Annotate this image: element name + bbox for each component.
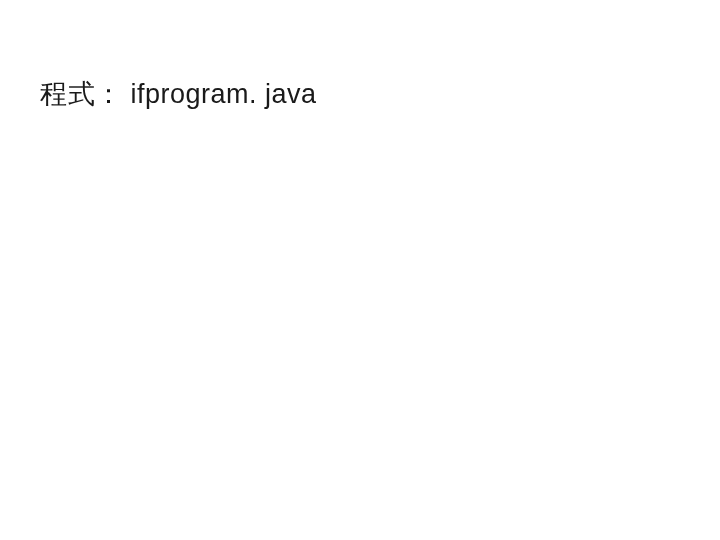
program-label: 程式： [40, 79, 123, 109]
slide-content: 程式： ifprogram. java [40, 76, 317, 112]
title-line: 程式： ifprogram. java [40, 76, 317, 112]
program-filename: ifprogram. java [131, 79, 317, 109]
